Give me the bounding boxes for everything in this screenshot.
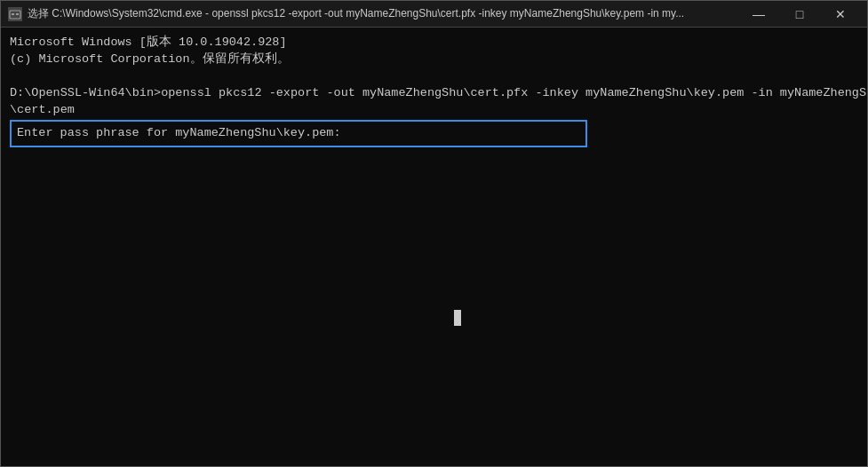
cursor-blink (454, 310, 461, 326)
console-line-2: (c) Microsoft Corporation。保留所有权利。 (10, 51, 858, 68)
title-bar-text: 选择 C:\Windows\System32\cmd.exe - openssl… (28, 6, 732, 21)
minimize-button[interactable]: — (739, 2, 778, 27)
svg-rect-2 (16, 13, 19, 15)
console-body[interactable]: Microsoft Windows [版本 10.0.19042.928] (c… (1, 28, 867, 466)
pass-phrase-prompt: Enter pass phrase for myNameZhengShu\key… (17, 126, 341, 139)
pass-phrase-input-box[interactable]: Enter pass phrase for myNameZhengShu\key… (10, 120, 587, 147)
title-bar: 选择 C:\Windows\System32\cmd.exe - openssl… (1, 1, 867, 28)
title-bar-controls: — □ ✕ (739, 2, 860, 27)
svg-rect-1 (12, 13, 14, 15)
console-line-5: \cert.pem (10, 102, 858, 119)
svg-rect-0 (10, 11, 20, 19)
pass-phrase-line: Enter pass phrase for myNameZhengShu\key… (10, 120, 858, 147)
window-icon (8, 7, 22, 21)
cmd-window: 选择 C:\Windows\System32\cmd.exe - openssl… (0, 0, 868, 467)
console-line-1: Microsoft Windows [版本 10.0.19042.928] (10, 35, 858, 51)
maximize-button[interactable]: □ (780, 2, 819, 27)
console-line-3 (10, 68, 858, 85)
close-button[interactable]: ✕ (821, 2, 860, 27)
console-line-4: D:\OpenSSL-Win64\bin>openssl pkcs12 -exp… (10, 85, 858, 102)
